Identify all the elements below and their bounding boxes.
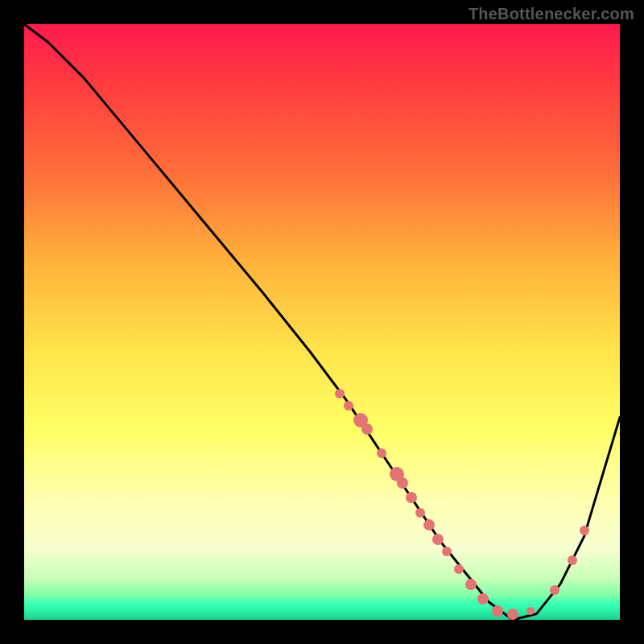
data-marker: [415, 508, 425, 518]
data-marker: [344, 401, 353, 411]
data-marker: [550, 585, 559, 595]
data-marker: [568, 555, 577, 565]
data-marker: [335, 389, 345, 398]
data-marker: [361, 423, 373, 435]
data-marker: [442, 547, 452, 556]
data-marker: [580, 526, 589, 535]
data-marker: [432, 534, 444, 545]
data-marker: [423, 519, 435, 530]
data-marker: [454, 564, 464, 574]
plot-area: [24, 24, 620, 620]
data-marker: [406, 492, 417, 503]
chart-frame: [24, 24, 620, 620]
watermark-text: TheBottlenecker.com: [469, 5, 634, 23]
data-marker: [465, 579, 477, 590]
data-marker: [477, 593, 489, 605]
data-marker: [526, 607, 535, 615]
data-marker: [507, 609, 518, 620]
data-marker: [377, 448, 386, 458]
curve-path: [24, 24, 620, 620]
data-marker: [397, 477, 408, 489]
data-marker: [492, 605, 503, 617]
chart-svg: [24, 24, 620, 620]
